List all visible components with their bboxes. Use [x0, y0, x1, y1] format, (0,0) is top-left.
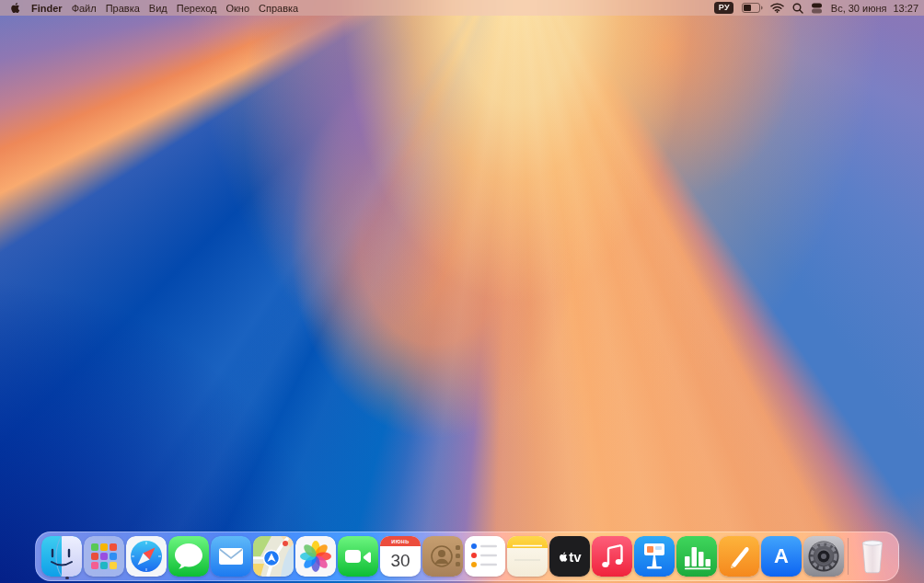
battery-icon[interactable] — [742, 3, 763, 13]
dock-messages[interactable] — [168, 536, 209, 577]
dock-mail[interactable] — [211, 536, 251, 577]
menu-go[interactable]: Переход — [177, 3, 217, 14]
spotlight-icon[interactable] — [792, 3, 803, 14]
menu-help[interactable]: Справка — [259, 3, 298, 14]
dock-tv[interactable]: tv — [549, 536, 590, 577]
dock-numbers[interactable] — [676, 536, 717, 577]
dock-facetime[interactable] — [338, 536, 378, 577]
menu-bar-clock[interactable]: Вс, 30 июня 13:27 — [831, 3, 918, 14]
desktop-wallpaper — [0, 0, 924, 583]
menu-finder[interactable]: Finder — [31, 3, 63, 14]
dock-calendar[interactable]: ИЮНЬ 30 — [380, 536, 421, 577]
menu-bar-date: Вс, 30 июня — [831, 3, 887, 14]
control-center-icon[interactable] — [811, 3, 823, 14]
calendar-month-label: ИЮНЬ — [380, 536, 421, 546]
menu-file[interactable]: Файл — [72, 3, 97, 14]
calendar-day-label: 30 — [380, 546, 421, 577]
dock-finder[interactable] — [41, 536, 82, 577]
appstore-icon-label: A — [774, 544, 789, 568]
menu-view[interactable]: Вид — [149, 3, 167, 14]
finder-running-indicator — [65, 577, 69, 580]
apple-menu-icon[interactable] — [9, 2, 20, 14]
dock-contacts[interactable] — [422, 536, 463, 577]
dock-launchpad[interactable] — [84, 536, 124, 577]
dock-music[interactable] — [592, 536, 632, 577]
dock-keynote[interactable] — [634, 536, 675, 577]
wifi-icon[interactable] — [770, 3, 784, 13]
dock-reminders[interactable] — [465, 536, 505, 577]
input-source-badge[interactable]: РУ — [714, 2, 733, 14]
dock-settings[interactable] — [803, 536, 844, 577]
dock-notes[interactable] — [507, 536, 548, 577]
menu-edit[interactable]: Правка — [106, 3, 140, 14]
menu-bar: Finder Файл Правка Вид Переход Окно Спра… — [0, 0, 924, 16]
dock-trash[interactable] — [852, 536, 893, 577]
dock-maps[interactable] — [253, 536, 294, 577]
dock-safari[interactable] — [126, 536, 167, 577]
dock-pages[interactable] — [719, 536, 759, 577]
dock: ИЮНЬ 30 — [35, 532, 899, 581]
desktop: Finder Файл Правка Вид Переход Окно Спра… — [0, 0, 924, 583]
menu-bar-time: 13:27 — [893, 3, 918, 14]
tv-icon-label: tv — [569, 549, 581, 565]
dock-photos[interactable] — [295, 536, 336, 577]
dock-appstore[interactable]: A — [761, 536, 802, 577]
dock-separator — [848, 538, 849, 575]
menu-window[interactable]: Окно — [225, 3, 249, 14]
